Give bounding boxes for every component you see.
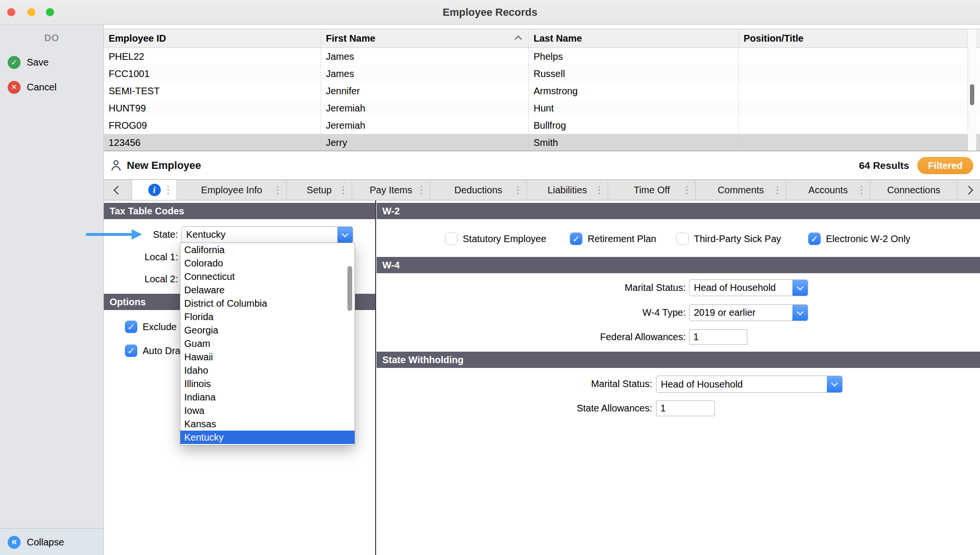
cell-employee-id: 123456 — [104, 134, 321, 151]
checkbox-checked-icon[interactable] — [125, 321, 137, 333]
auto-draft-checkbox-group[interactable]: Auto Dra — [125, 344, 180, 357]
employee-records-window: Employee Records DO Save Cancel Collapse… — [0, 0, 980, 555]
state-option[interactable]: District of Columbia — [180, 297, 355, 310]
w4-type-dropdown[interactable]: 2019 or earlier — [689, 304, 808, 321]
chevron-right-icon — [964, 186, 973, 194]
state-option[interactable]: Colorado — [180, 256, 355, 270]
save-label: Save — [27, 57, 49, 68]
zoom-window-button[interactable] — [46, 8, 54, 16]
tab-menu-icon[interactable] — [273, 184, 283, 196]
cell-position — [738, 82, 980, 100]
third-party-sick-pay-checkbox-group[interactable]: Third-Party Sick Pay — [676, 233, 781, 245]
tab-deductions[interactable]: Deductions — [430, 180, 527, 200]
state-option[interactable]: Georgia — [180, 323, 355, 337]
table-row[interactable]: PHEL22 James Phelps — [104, 48, 980, 65]
state-option[interactable]: Iowa — [180, 404, 355, 417]
local2-field-label: Local 2: — [110, 271, 178, 288]
tab-menu-icon[interactable] — [513, 184, 523, 196]
tab-comments[interactable]: Comments — [696, 180, 786, 200]
cancel-label: Cancel — [27, 82, 56, 93]
tab-connections[interactable]: Connections — [870, 180, 958, 200]
tab-setup[interactable]: Setup — [287, 180, 352, 200]
cell-first-name: Jeremiah — [321, 117, 528, 134]
info-icon — [148, 184, 161, 196]
tab-time-off[interactable]: Time Off — [608, 180, 696, 200]
tab-record-info[interactable] — [132, 180, 177, 200]
dropdown-button[interactable] — [337, 227, 353, 243]
checkbox-unchecked-icon[interactable] — [676, 233, 689, 245]
column-header-position[interactable]: Position/Title — [738, 29, 980, 47]
tab-accounts[interactable]: Accounts — [786, 180, 870, 200]
exclude-checkbox-group[interactable]: Exclude — [125, 321, 177, 333]
close-window-button[interactable] — [7, 8, 15, 16]
filtered-badge[interactable]: Filtered — [917, 157, 973, 174]
state-option[interactable]: Hawaii — [180, 350, 355, 364]
tabs-scroll-left-button[interactable] — [104, 180, 132, 200]
checkbox-checked-icon[interactable] — [808, 233, 821, 245]
state-option[interactable]: California — [180, 243, 355, 256]
dropdown-button[interactable] — [792, 305, 808, 321]
state-option[interactable]: Guam — [180, 337, 355, 350]
dropdown-button[interactable] — [827, 376, 842, 392]
cancel-x-icon — [8, 81, 21, 94]
w4-marital-status-dropdown[interactable]: Head of Household — [689, 279, 808, 296]
tab-menu-icon[interactable] — [682, 184, 692, 196]
column-header-last-name[interactable]: Last Name — [528, 29, 738, 47]
state-option[interactable]: Delaware — [180, 283, 355, 297]
state-option[interactable]: Florida — [180, 310, 355, 323]
checkbox-checked-icon[interactable] — [570, 233, 582, 245]
checkbox-checked-icon[interactable] — [125, 344, 137, 357]
tab-pay-items[interactable]: Pay Items — [352, 180, 430, 200]
w4-type-value: 2019 or earlier — [694, 307, 808, 318]
tab-menu-icon[interactable] — [338, 184, 348, 196]
cell-last-name: Armstrong — [528, 82, 738, 100]
state-option[interactable]: Idaho — [180, 364, 355, 377]
menu-scrollbar-thumb[interactable] — [347, 266, 352, 311]
table-scrollbar-thumb[interactable] — [970, 84, 974, 105]
collapse-button[interactable]: Collapse — [8, 535, 64, 549]
state-dropdown[interactable]: Kentucky — [181, 226, 353, 243]
tab-menu-icon[interactable] — [857, 184, 867, 196]
retirement-plan-checkbox-group[interactable]: Retirement Plan — [570, 233, 656, 245]
state-option[interactable]: Kansas — [180, 417, 355, 431]
table-row[interactable]: FCC1001 James Russell — [104, 65, 980, 82]
tab-menu-icon[interactable] — [416, 184, 426, 196]
dropdown-button[interactable] — [792, 280, 808, 296]
chevron-down-icon — [797, 283, 803, 290]
w4-marital-status-value: Head of Household — [694, 282, 808, 293]
save-button[interactable]: Save — [8, 55, 49, 69]
cell-last-name: Hunt — [528, 100, 738, 117]
table-row[interactable]: FROG09 Jeremiah Bullfrog — [104, 117, 980, 134]
auto-draft-checkbox-label: Auto Dra — [143, 345, 180, 356]
table-header-row: Employee ID First Name Last Name Positio… — [104, 29, 980, 48]
electronic-w2-checkbox-group[interactable]: Electronic W-2 Only — [808, 233, 910, 245]
table-row-selected[interactable]: 123456 Jerry Smith — [104, 134, 980, 151]
state-option[interactable]: Indiana — [180, 390, 355, 404]
state-marital-status-dropdown[interactable]: Head of Household — [656, 376, 843, 393]
federal-allowances-input[interactable] — [689, 329, 747, 345]
table-row[interactable]: HUNT99 Jeremiah Hunt — [104, 100, 980, 117]
tab-employee-info[interactable]: Employee Info — [177, 180, 287, 200]
annotation-arrow-icon — [86, 233, 133, 236]
state-option[interactable]: Illinois — [180, 377, 355, 390]
cell-last-name: Russell — [528, 65, 738, 82]
checkbox-unchecked-icon[interactable] — [445, 233, 457, 245]
state-option[interactable]: Connecticut — [180, 270, 355, 283]
tab-menu-icon[interactable] — [594, 184, 604, 196]
state-allowances-input[interactable] — [656, 400, 715, 416]
tax-table-codes-header: Tax Table Codes — [104, 203, 375, 219]
minimize-window-button[interactable] — [27, 8, 35, 16]
table-scrollbar[interactable] — [968, 29, 976, 151]
cancel-button[interactable]: Cancel — [8, 80, 56, 94]
tab-liabilities[interactable]: Liabilities — [527, 180, 608, 200]
state-withholding-header: State Withholding — [377, 352, 980, 368]
statutory-employee-checkbox-group[interactable]: Statutory Employee — [445, 233, 546, 245]
tab-menu-icon[interactable] — [772, 184, 782, 196]
tabs-scroll-right-button[interactable] — [958, 180, 980, 200]
column-header-employee-id[interactable]: Employee ID — [104, 29, 321, 47]
column-header-first-name[interactable]: First Name — [321, 29, 528, 47]
panel-divider — [375, 200, 376, 555]
table-row[interactable]: SEMI-TEST Jennifer Armstrong — [104, 82, 980, 100]
tab-menu-icon[interactable] — [163, 184, 173, 196]
state-option-selected[interactable]: Kentucky — [180, 431, 355, 444]
